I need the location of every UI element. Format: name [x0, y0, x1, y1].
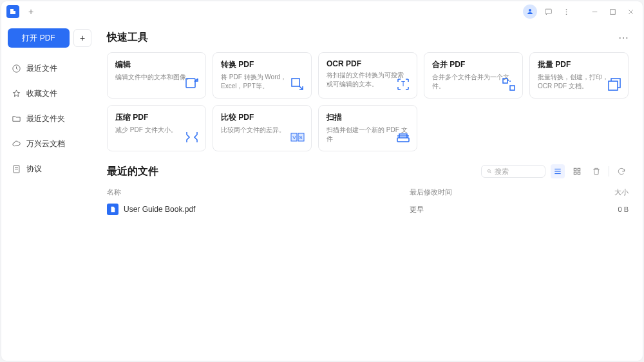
ocr-icon: T	[395, 76, 412, 93]
card-title: 编辑	[115, 59, 198, 70]
svg-rect-30	[574, 168, 576, 171]
svg-point-4	[565, 14, 567, 15]
clock-icon	[12, 64, 21, 73]
table-header: 名称 最后修改时间 大小	[107, 185, 629, 200]
card-title: OCR PDF	[327, 59, 409, 68]
svg-rect-32	[574, 172, 576, 175]
search-input[interactable]	[495, 167, 540, 175]
grid-view-button[interactable]	[570, 164, 584, 178]
separator	[609, 166, 609, 176]
card-merge[interactable]: 合并 PDF 合并多个文件合并为一个文件。	[424, 52, 523, 99]
quick-tools-title: 快速工具	[107, 31, 148, 44]
convert-icon	[289, 76, 306, 93]
sidebar-item-label: 协议	[26, 164, 42, 175]
svg-rect-31	[578, 168, 580, 171]
new-tab-button[interactable]: +	[24, 5, 37, 18]
scan-icon	[395, 129, 412, 146]
list-view-button[interactable]	[551, 164, 565, 178]
compress-icon	[184, 129, 200, 146]
card-batch[interactable]: 批量 PDF 批量转换，创建，打印，OCR PDF 文档。	[529, 52, 629, 99]
batch-icon	[606, 76, 623, 93]
svg-rect-14	[292, 79, 299, 86]
column-modified: 最后修改时间	[410, 187, 590, 197]
sidebar-item-cloud[interactable]: 万兴云文档	[8, 133, 91, 155]
more-menu-icon[interactable]	[559, 5, 573, 19]
svg-point-0	[529, 9, 531, 12]
delete-button[interactable]	[589, 164, 603, 178]
svg-rect-6	[610, 9, 615, 14]
svg-point-3	[565, 11, 567, 12]
document-icon	[12, 164, 21, 174]
compare-icon: VS	[289, 129, 306, 146]
file-row[interactable]: User Guide Book.pdf 更早 0 B	[107, 200, 629, 219]
svg-rect-33	[578, 172, 580, 175]
open-pdf-button[interactable]: 打开 PDF	[8, 28, 70, 48]
card-ocr[interactable]: OCR PDF 将扫描的文件转换为可搜索或可编辑的文本。 T	[318, 52, 417, 99]
svg-point-2	[565, 8, 567, 10]
folder-icon	[12, 114, 21, 124]
star-icon	[12, 89, 21, 99]
sidebar-item-recent-folders[interactable]: 最近文件夹	[8, 108, 91, 129]
search-field[interactable]	[481, 165, 545, 178]
svg-rect-19	[609, 81, 618, 90]
sidebar-item-favorites[interactable]: 收藏文件	[8, 83, 91, 104]
recent-files-title: 最近的文件	[107, 165, 158, 178]
add-button[interactable]: +	[73, 29, 91, 47]
file-modified: 更早	[410, 205, 590, 214]
column-name: 名称	[107, 187, 410, 197]
card-compress[interactable]: 压缩 PDF 减少 PDF 文件大小。	[107, 105, 206, 151]
card-title: 批量 PDF	[538, 59, 620, 70]
svg-rect-1	[545, 9, 551, 14]
close-button[interactable]	[623, 5, 638, 19]
pdf-file-icon	[107, 204, 118, 215]
sidebar-item-recent[interactable]: 最近文件	[8, 58, 91, 79]
sidebar-item-label: 最近文件	[26, 63, 57, 74]
card-title: 扫描	[327, 112, 409, 123]
app-logo-icon	[6, 5, 19, 18]
file-size: 0 B	[590, 205, 629, 213]
titlebar: +	[1, 1, 643, 22]
svg-line-26	[490, 172, 491, 173]
card-edit[interactable]: 编辑 编辑文件中的文本和图像。	[107, 52, 206, 99]
card-title: 比较 PDF	[221, 112, 303, 123]
refresh-button[interactable]	[614, 164, 629, 178]
user-avatar[interactable]	[523, 5, 537, 19]
card-scan[interactable]: 扫描 扫描并创建一个新的 PDF 文件	[318, 105, 417, 151]
comment-icon[interactable]	[541, 5, 555, 19]
svg-text:V: V	[292, 135, 296, 140]
card-title: 压缩 PDF	[115, 112, 198, 123]
svg-text:T: T	[401, 81, 405, 88]
sidebar-item-label: 万兴云文档	[26, 138, 65, 149]
card-compare[interactable]: 比较 PDF 比较两个文件的差异。 VS	[213, 105, 312, 151]
svg-rect-17	[510, 86, 515, 90]
quick-tools-more-icon[interactable]: ⋯	[618, 32, 629, 44]
file-name: User Guide Book.pdf	[124, 205, 195, 214]
sidebar-item-label: 收藏文件	[26, 88, 57, 99]
svg-rect-16	[503, 79, 507, 83]
merge-icon	[500, 76, 517, 93]
svg-text:S: S	[299, 135, 302, 140]
card-convert[interactable]: 转换 PDF 将 PDF 转换为 Word，Excel，PPT等。	[213, 52, 312, 99]
search-icon	[487, 167, 492, 175]
card-title: 转换 PDF	[221, 59, 303, 70]
card-title: 合并 PDF	[432, 59, 515, 70]
sidebar-item-label: 最近文件夹	[26, 113, 65, 124]
maximize-button[interactable]	[605, 5, 620, 19]
sidebar: 打开 PDF + 最近文件 收藏文件 最近文件夹 万兴云文档 协议	[1, 22, 98, 361]
edit-icon	[184, 76, 200, 93]
svg-rect-13	[186, 79, 195, 88]
cloud-icon	[12, 139, 21, 149]
minimize-button[interactable]	[587, 5, 601, 19]
main-content: 快速工具 ⋯ 编辑 编辑文件中的文本和图像。 转换 PDF 将 PDF 转换为 …	[98, 22, 643, 361]
svg-rect-24	[397, 138, 409, 142]
column-size: 大小	[590, 187, 629, 197]
sidebar-item-agreement[interactable]: 协议	[8, 158, 91, 180]
svg-point-25	[488, 169, 490, 172]
